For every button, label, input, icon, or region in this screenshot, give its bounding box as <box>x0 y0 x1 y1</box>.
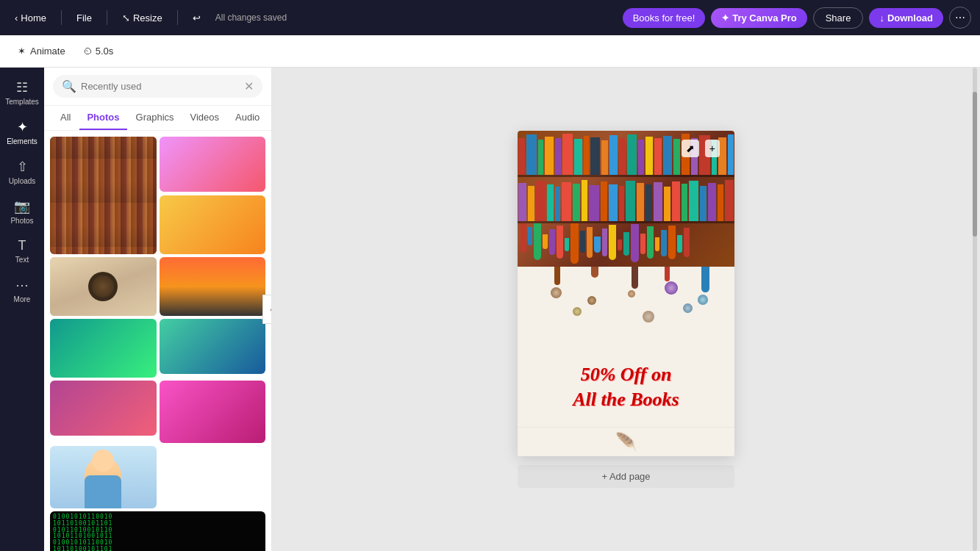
save-status: All changes saved <box>215 12 287 23</box>
books-free-button[interactable]: Books for free! <box>623 8 706 28</box>
nav-divider <box>61 10 62 25</box>
list-item[interactable] <box>160 381 266 443</box>
list-item[interactable] <box>50 257 157 316</box>
search-input[interactable] <box>81 81 240 92</box>
more-icon: ⋯ <box>15 277 29 293</box>
sidebar-item-uploads[interactable]: ⇧ Uploads <box>3 153 41 191</box>
elements-panel: 🔍 ✕ All Photos Graphics Videos Audio <box>44 68 272 551</box>
templates-icon: ☷ <box>16 79 28 96</box>
share-button[interactable]: Share <box>813 7 864 29</box>
add-element-button[interactable]: + <box>705 140 720 157</box>
nav-right-actions: Books for free! ✦ Try Canva Pro Share ↓ … <box>623 7 971 29</box>
media-grid: 0100101011001010110100101101010110100101… <box>44 131 271 551</box>
elements-icon: ✦ <box>17 119 28 135</box>
uploads-icon: ⇧ <box>17 159 28 175</box>
list-item[interactable] <box>50 446 157 508</box>
resize-button[interactable]: ⤡ Resize <box>116 10 168 26</box>
animate-icon: ✶ <box>18 46 26 57</box>
design-text-line2: All the Books <box>525 387 727 412</box>
chevron-left-icon: ‹ <box>15 12 18 24</box>
vertical-scrollbar[interactable] <box>973 68 977 551</box>
search-icon: 🔍 <box>62 79 76 93</box>
canvas-scroll[interactable]: ⬈ + <box>272 68 980 551</box>
sidebar-item-templates[interactable]: ☷ Templates <box>3 73 41 112</box>
resize-icon: ⤡ <box>122 12 130 24</box>
undo-icon: ↩ <box>193 12 201 24</box>
canvas-area: ⬈ + <box>272 68 980 551</box>
clear-search-icon[interactable]: ✕ <box>244 79 254 93</box>
home-button[interactable]: ‹ Home <box>9 10 52 26</box>
tab-videos[interactable]: Videos <box>183 106 227 130</box>
hide-panel-button[interactable]: ‹ <box>262 295 272 324</box>
duration-display: ⏲ 5.0s <box>83 46 114 57</box>
download-icon: ↓ <box>879 12 884 24</box>
copy-design-button[interactable]: ⬈ <box>682 140 699 157</box>
top-navigation: ‹ Home File ⤡ Resize ↩ All changes saved… <box>0 0 980 35</box>
sidebar-item-more[interactable]: ⋯ More <box>3 271 41 309</box>
list-item[interactable] <box>160 257 266 316</box>
more-options-button[interactable]: ⋯ <box>949 7 971 29</box>
clock-icon: ⏲ <box>83 46 93 57</box>
tab-audio[interactable]: Audio <box>228 106 267 130</box>
bookshelf-design: 50% Off on All the Books 🪶 <box>518 131 734 456</box>
list-item[interactable] <box>50 319 157 378</box>
search-input-wrap[interactable]: 🔍 ✕ <box>53 75 262 98</box>
file-button[interactable]: File <box>71 10 98 26</box>
download-button[interactable]: ↓ Download <box>869 8 943 28</box>
sidebar-item-photos[interactable]: 📷 Photos <box>3 192 41 231</box>
design-card[interactable]: ⬈ + <box>518 131 734 456</box>
sidebar-item-elements[interactable]: ✦ Elements <box>3 113 41 151</box>
star-icon: ✦ <box>721 12 729 24</box>
list-item[interactable] <box>50 137 157 254</box>
nav-divider-2 <box>107 10 107 25</box>
scrollbar-track <box>973 68 977 551</box>
main-layout: ☷ Templates ✦ Elements ⇧ Uploads 📷 Photo… <box>0 68 980 551</box>
search-bar: 🔍 ✕ <box>44 68 271 106</box>
sidebar-item-text[interactable]: T Text <box>3 232 41 270</box>
tab-photos[interactable]: Photos <box>79 106 126 130</box>
secondary-toolbar: ✶ Animate ⏲ 5.0s <box>0 35 980 68</box>
text-icon: T <box>18 238 26 253</box>
animate-button[interactable]: ✶ Animate <box>12 43 71 60</box>
tab-bar: All Photos Graphics Videos Audio <box>44 106 271 131</box>
design-text-line1: 50% Off on <box>525 362 727 387</box>
list-item[interactable] <box>160 195 266 254</box>
scrollbar-thumb[interactable] <box>973 92 977 237</box>
canvas-controls: ⬈ + <box>682 140 720 157</box>
nav-divider-3 <box>177 10 178 25</box>
list-item[interactable] <box>50 381 157 436</box>
list-item[interactable]: 0100101011001010110100101101010110100101… <box>50 511 265 551</box>
add-page-button[interactable]: + Add page <box>518 465 734 488</box>
list-item[interactable] <box>160 319 266 374</box>
icon-sidebar: ☷ Templates ✦ Elements ⇧ Uploads 📷 Photo… <box>0 68 44 551</box>
tab-graphics[interactable]: Graphics <box>129 106 182 130</box>
tab-all[interactable]: All <box>53 106 78 130</box>
list-item[interactable] <box>160 137 266 192</box>
undo-button[interactable]: ↩ <box>187 10 207 26</box>
try-canva-pro-button[interactable]: ✦ Try Canva Pro <box>711 8 806 28</box>
photos-icon: 📷 <box>14 198 30 215</box>
